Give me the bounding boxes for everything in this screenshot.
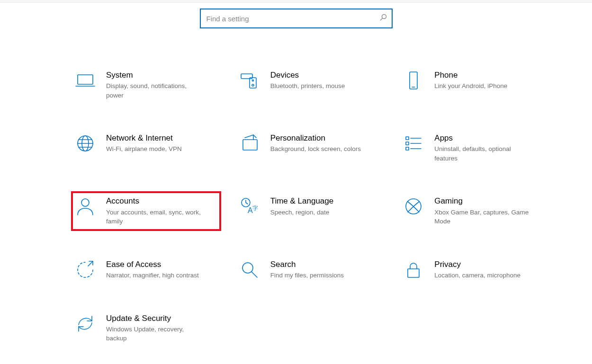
tile-privacy[interactable]: Privacy Location, camera, microphone — [399, 255, 549, 285]
svg-line-26 — [88, 261, 93, 266]
search-container — [0, 9, 592, 28]
tile-personalization[interactable]: Personalization Background, lock screen,… — [235, 128, 386, 168]
tile-desc: Your accounts, email, sync, work, family — [106, 208, 206, 226]
tile-ease-of-access[interactable]: Ease of Access Narrator, magnifier, high… — [71, 255, 221, 285]
svg-point-6 — [252, 80, 253, 81]
xbox-icon — [403, 196, 424, 217]
svg-rect-29 — [408, 269, 419, 277]
tile-title: Ease of Access — [106, 259, 206, 270]
tile-desc: Bluetooth, printers, mouse — [270, 81, 370, 91]
globe-icon — [75, 133, 96, 154]
tile-title: Apps — [434, 133, 534, 143]
svg-rect-2 — [78, 75, 93, 84]
tile-title: Gaming — [434, 196, 534, 206]
tile-search[interactable]: Search Find my files, permissions — [235, 255, 386, 285]
phone-icon — [403, 70, 424, 91]
update-sync-icon — [75, 313, 96, 334]
settings-grid: System Display, sound, notifications, po… — [71, 65, 549, 348]
tile-title: System — [106, 70, 206, 80]
svg-line-28 — [251, 272, 257, 277]
tile-desc: Background, lock screen, colors — [270, 144, 370, 154]
tile-title: Privacy — [434, 259, 534, 270]
tile-desc: Location, camera, microphone — [434, 271, 534, 280]
tile-network[interactable]: Network & Internet Wi-Fi, airplane mode,… — [71, 128, 221, 168]
tile-system[interactable]: System Display, sound, notifications, po… — [71, 65, 221, 105]
settings-home: System Display, sound, notifications, po… — [0, 3, 592, 348]
tile-desc: Link your Android, iPhone — [434, 81, 534, 91]
tile-desc: Narrator, magnifier, high contrast — [106, 271, 206, 280]
tile-title: Personalization — [270, 133, 370, 143]
search-input[interactable] — [206, 15, 379, 23]
svg-point-7 — [252, 84, 254, 86]
time-language-icon: A 字 — [239, 196, 260, 217]
svg-rect-17 — [406, 142, 409, 145]
tile-devices[interactable]: Devices Bluetooth, printers, mouse — [235, 65, 386, 105]
svg-rect-15 — [406, 137, 409, 140]
tile-title: Time & Language — [270, 196, 370, 206]
svg-point-21 — [81, 199, 89, 206]
tile-accounts[interactable]: Accounts Your accounts, email, sync, wor… — [71, 191, 221, 231]
magnifier-icon — [239, 259, 260, 280]
tile-desc: Speech, region, date — [270, 208, 370, 217]
tile-title: Accounts — [106, 196, 206, 206]
search-icon — [379, 14, 387, 23]
lock-icon — [403, 259, 424, 280]
tile-title: Phone — [434, 70, 534, 80]
tile-desc: Xbox Game Bar, captures, Game Mode — [434, 208, 534, 226]
tile-desc: Find my files, permissions — [270, 271, 370, 280]
search-box[interactable] — [200, 9, 393, 28]
paintbrush-icon — [239, 133, 260, 154]
tile-title: Devices — [270, 70, 370, 80]
tile-title: Update & Security — [106, 313, 206, 324]
tile-update-security[interactable]: Update & Security Windows Update, recove… — [71, 309, 221, 348]
ease-of-access-icon — [75, 259, 96, 280]
apps-list-icon — [403, 133, 424, 154]
devices-icon — [239, 70, 260, 91]
tile-desc: Windows Update, recovery, backup — [106, 325, 206, 343]
tile-title: Search — [270, 259, 370, 270]
tile-apps[interactable]: Apps Uninstall, defaults, optional featu… — [399, 128, 549, 168]
svg-rect-19 — [406, 147, 409, 150]
tile-title: Network & Internet — [106, 133, 206, 143]
tile-gaming[interactable]: Gaming Xbox Game Bar, captures, Game Mod… — [399, 191, 549, 231]
tile-desc: Display, sound, notifications, power — [106, 81, 206, 100]
tile-time-language[interactable]: A 字 Time & Language Speech, region, date — [235, 191, 386, 231]
person-icon — [75, 196, 96, 217]
svg-line-14 — [253, 135, 256, 138]
svg-text:字: 字 — [252, 205, 258, 212]
svg-rect-13 — [243, 140, 257, 150]
system-icon — [75, 70, 96, 91]
tile-desc: Uninstall, defaults, optional features — [434, 144, 534, 163]
tile-desc: Wi-Fi, airplane mode, VPN — [106, 144, 206, 154]
svg-line-1 — [380, 18, 383, 20]
svg-rect-8 — [410, 72, 417, 89]
tile-phone[interactable]: Phone Link your Android, iPhone — [399, 65, 549, 105]
